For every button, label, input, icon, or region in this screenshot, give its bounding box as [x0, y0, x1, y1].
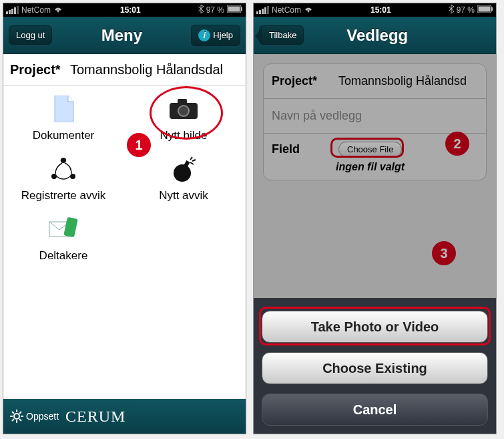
annotation-box-take-photo — [259, 307, 491, 345]
svg-rect-23 — [491, 7, 493, 11]
navbar: Tilbake Vedlegg — [254, 17, 496, 54]
menu-item-registered-deviations[interactable]: Registrerte avvik — [3, 153, 123, 202]
page-title: Meny — [101, 26, 142, 45]
logout-button[interactable]: Logg ut — [9, 25, 52, 45]
svg-line-21 — [19, 412, 21, 414]
carrier-label: NetCom — [272, 5, 301, 15]
help-button[interactable]: i Hjelp — [191, 25, 240, 46]
svg-point-13 — [14, 414, 19, 419]
cancel-button[interactable]: Cancel — [262, 394, 488, 426]
cycle-icon — [3, 153, 123, 185]
screen-menu: NetCom 15:01 97 % Logg ut Meny i Hjelp P… — [3, 3, 246, 434]
svg-line-18 — [12, 412, 14, 414]
menu-item-documents[interactable]: Dokumenter — [3, 93, 123, 142]
settings-button[interactable]: Oppsett — [10, 410, 59, 423]
clock-label: 15:01 — [63, 5, 198, 15]
annotation-circle — [150, 86, 223, 140]
back-button[interactable]: Tilbake — [259, 25, 304, 45]
svg-rect-12 — [63, 217, 77, 238]
signal-icon — [256, 6, 269, 14]
svg-rect-2 — [228, 7, 240, 12]
project-value: Tomannsbolig Hålandsdal — [70, 62, 246, 78]
navbar: Logg ut Meny i Hjelp — [3, 17, 246, 54]
svg-line-19 — [19, 419, 21, 421]
svg-rect-24 — [479, 7, 491, 12]
carrier-label: NetCom — [21, 5, 51, 15]
page-title: Vedlegg — [346, 26, 408, 45]
battery-icon — [477, 5, 493, 15]
svg-point-9 — [174, 164, 191, 182]
screen-attachment: NetCom 15:01 97 % Tilbake Vedlegg Projec… — [253, 3, 497, 434]
battery-pct: 97 % — [457, 5, 475, 15]
wifi-icon — [53, 5, 63, 15]
envelope-phone-icon — [3, 213, 123, 245]
menu-item-new-deviation[interactable]: Nytt avvik — [123, 153, 244, 202]
menu-label: Deltakere — [3, 249, 123, 263]
status-bar: NetCom 15:01 97 % — [254, 3, 496, 17]
annotation-step-1: 1 — [127, 133, 151, 157]
svg-rect-1 — [241, 7, 242, 11]
menu-label: Registrerte avvik — [3, 189, 123, 202]
menu-grid: Dokumenter Nytt bilde Registrerte avvik … — [3, 86, 246, 399]
battery-pct: 97 % — [206, 5, 224, 15]
action-sheet: Take Photo or Video Choose Existing Canc… — [254, 298, 496, 434]
settings-label: Oppsett — [26, 411, 59, 422]
gear-icon — [10, 410, 23, 423]
bottom-bar: Oppsett CERUM — [3, 399, 246, 434]
menu-item-participants[interactable]: Deltakere — [3, 213, 123, 263]
choose-existing-button[interactable]: Choose Existing — [262, 352, 488, 384]
help-label: Hjelp — [213, 30, 233, 40]
project-row[interactable]: Project* Tomannsbolig Hålandsdal — [3, 54, 246, 86]
battery-icon — [227, 5, 243, 15]
project-label: Project* — [3, 62, 70, 78]
svg-line-20 — [12, 419, 14, 421]
wifi-icon — [304, 5, 313, 15]
document-icon — [3, 93, 123, 125]
bluetooth-icon — [449, 5, 454, 15]
clock-label: 15:01 — [313, 5, 449, 15]
bluetooth-icon — [198, 5, 204, 15]
menu-label: Dokumenter — [3, 129, 123, 142]
info-icon: i — [198, 29, 210, 41]
menu-label: Nytt avvik — [123, 189, 244, 202]
bomb-icon — [123, 153, 244, 185]
brand-label: CERUM — [65, 408, 125, 426]
status-bar: NetCom 15:01 97 % — [3, 3, 246, 17]
signal-icon — [6, 6, 19, 14]
